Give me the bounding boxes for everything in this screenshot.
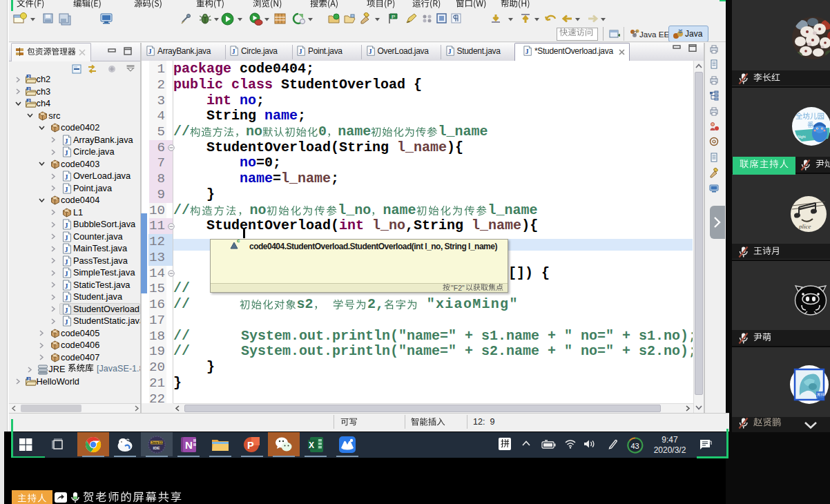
svg-text:Night: Night bbox=[798, 135, 806, 139]
svg-text:N: N bbox=[185, 439, 193, 451]
svg-text:IDE: IDE bbox=[153, 446, 160, 450]
svg-text:plice: plice bbox=[798, 223, 811, 230]
svg-text:c: c bbox=[237, 238, 240, 244]
svg-text:43: 43 bbox=[631, 442, 639, 450]
svg-text:Java EE: Java EE bbox=[151, 441, 163, 445]
svg-text:X: X bbox=[309, 440, 314, 450]
svg-text:P: P bbox=[247, 440, 254, 451]
